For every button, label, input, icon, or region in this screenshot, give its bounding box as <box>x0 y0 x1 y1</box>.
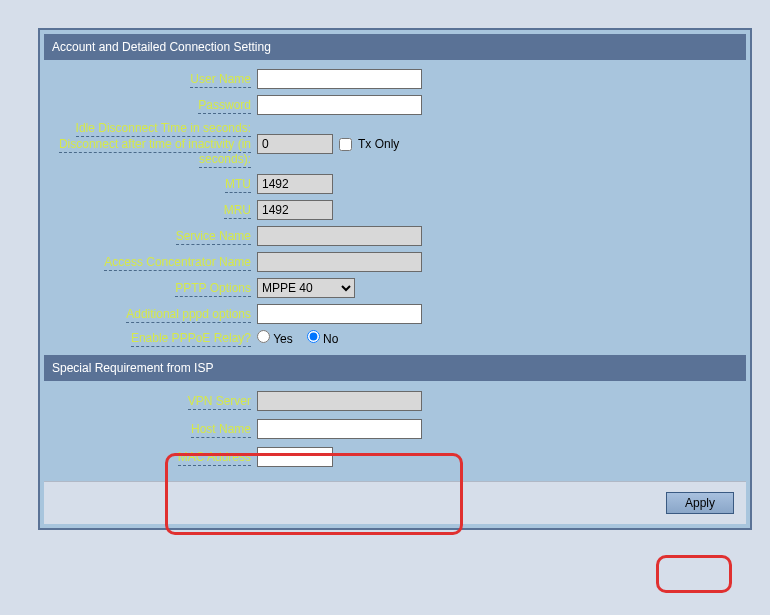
service-name-label: Service Name <box>176 229 251 245</box>
tx-only-label: Tx Only <box>358 137 399 151</box>
account-section-header: Account and Detailed Connection Setting <box>44 34 746 60</box>
addl-pppd-input[interactable] <box>257 304 422 324</box>
vpn-server-input[interactable] <box>257 391 422 411</box>
row-service-name: Service Name <box>44 223 746 249</box>
password-label: Password <box>198 98 251 114</box>
row-host-name: Host Name <box>44 415 746 443</box>
mac-address-input[interactable] <box>257 447 333 467</box>
relay-yes-radio[interactable] <box>257 330 270 343</box>
idle-label-3: seconds): <box>199 152 251 168</box>
pptp-select[interactable]: MPPE 40 <box>257 278 355 298</box>
isp-section-header: Special Requirement from ISP <box>44 355 746 381</box>
user-name-input[interactable] <box>257 69 422 89</box>
mru-input[interactable] <box>257 200 333 220</box>
mac-address-label: MAC Address <box>178 450 251 466</box>
row-mac-address: MAC Address <box>44 443 746 471</box>
service-name-input[interactable] <box>257 226 422 246</box>
idle-label-1: Idle Disconnect Time in seconds: <box>76 121 251 137</box>
row-password: Password <box>44 92 746 118</box>
button-bar: Apply <box>44 481 746 524</box>
relay-no-radio[interactable] <box>307 330 320 343</box>
row-addl-pppd: Additional pppd options <box>44 301 746 327</box>
row-mru: MRU <box>44 197 746 223</box>
apply-button[interactable]: Apply <box>666 492 734 514</box>
row-pptp: PPTP Options MPPE 40 <box>44 275 746 301</box>
relay-no-label: No <box>323 332 338 346</box>
host-name-input[interactable] <box>257 419 422 439</box>
mtu-input[interactable] <box>257 174 333 194</box>
addl-pppd-label: Additional pppd options <box>126 307 251 323</box>
relay-yes-label: Yes <box>273 332 293 346</box>
settings-panel: Account and Detailed Connection Setting … <box>38 28 752 530</box>
pptp-label: PPTP Options <box>175 281 251 297</box>
acn-label: Access Concentrator Name <box>104 255 251 271</box>
account-section-body: User Name Password Idle Disconnect Time … <box>44 60 746 355</box>
row-acn: Access Concentrator Name <box>44 249 746 275</box>
tx-only-checkbox[interactable] <box>339 138 352 151</box>
row-enable-relay: Enable PPPoE Relay? Yes No <box>44 327 746 349</box>
acn-input[interactable] <box>257 252 422 272</box>
highlight-apply <box>656 555 732 593</box>
password-input[interactable] <box>257 95 422 115</box>
mtu-label: MTU <box>225 177 251 193</box>
mru-label: MRU <box>224 203 251 219</box>
isp-section-body: VPN Server Host Name MAC Address <box>44 381 746 477</box>
idle-label-2: Disconnect after time of inactivity (in <box>59 137 251 153</box>
row-mtu: MTU <box>44 171 746 197</box>
vpn-server-label: VPN Server <box>188 394 251 410</box>
host-name-label: Host Name <box>191 422 251 438</box>
row-vpn-server: VPN Server <box>44 387 746 415</box>
enable-relay-label: Enable PPPoE Relay? <box>131 331 251 347</box>
idle-input[interactable] <box>257 134 333 154</box>
row-user-name: User Name <box>44 66 746 92</box>
user-name-label: User Name <box>190 72 251 88</box>
row-idle-disconnect: Idle Disconnect Time in seconds: Disconn… <box>44 118 746 171</box>
